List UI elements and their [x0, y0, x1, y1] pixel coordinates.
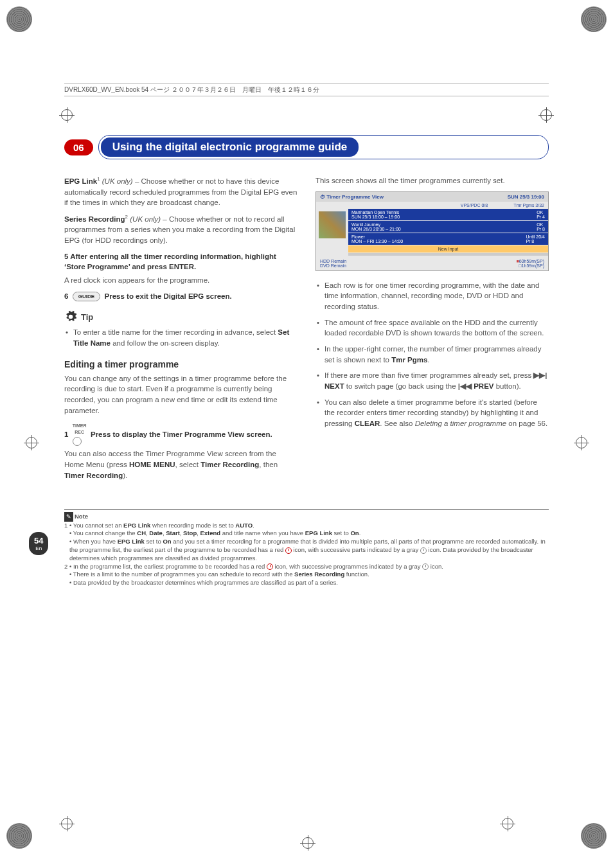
bullet-3: In the upper-right corner, the number of…	[315, 344, 549, 365]
chapter-badge: 06	[64, 139, 93, 155]
book-header: DVRLX60D_WV_EN.book 54 ページ ２００７年３月２６日 月曜…	[64, 84, 549, 96]
page-number: 54En	[29, 532, 48, 555]
timer-rec-button-icon	[73, 437, 82, 446]
note-section: ✎Note 1 • You cannot set an EPG Link whe…	[64, 509, 549, 587]
step-5-sub: A red clock icon appears for the program…	[64, 275, 298, 286]
tv-thumbnail	[319, 211, 346, 238]
epg-link-para: EPG Link1 (UK only) – Choose whether or …	[64, 175, 298, 208]
bullet-1: Each row is for one timer recording prog…	[315, 280, 549, 312]
step-6: 6 GUIDE Press to exit the Digital EPG sc…	[64, 291, 298, 302]
timer-programme-view-screenshot: ⏱ Timer Programme ViewSUN 25/3 19:00 VPS…	[315, 191, 549, 271]
step-1: 1 TIMERREC Press to display the Timer Pr…	[64, 423, 298, 447]
chapter-title: Using the digital electronic programme g…	[101, 137, 359, 157]
series-para: Series Recording2 (UK only) – Choose whe…	[64, 213, 298, 246]
tip-bullet: To enter a title name for the timer reco…	[64, 327, 298, 348]
clock-icon-gray	[420, 547, 427, 554]
guide-button-icon: GUIDE	[73, 292, 100, 302]
gear-icon	[64, 310, 77, 323]
clock-icon-gray	[422, 563, 429, 570]
bullet-4: If there are more than five timer progra…	[315, 370, 549, 391]
editing-para: You can change any of the settings in a …	[64, 373, 298, 416]
step-5: 5 After entering all the timer recording…	[64, 251, 298, 272]
bullet-2: The amount of free space available on th…	[315, 317, 549, 339]
bullet-5: You can also delete a timer programme be…	[315, 397, 549, 429]
editing-heading: Editing a timer programme	[64, 359, 298, 369]
clock-icon-red	[267, 563, 273, 570]
right-intro: This screen shows all the timer programm…	[315, 175, 549, 186]
tip-label: Tip	[81, 312, 93, 322]
clock-icon-red	[285, 547, 292, 554]
note-icon: ✎	[64, 512, 73, 521]
step-1-para: You can also access the Timer Programme …	[64, 448, 298, 481]
